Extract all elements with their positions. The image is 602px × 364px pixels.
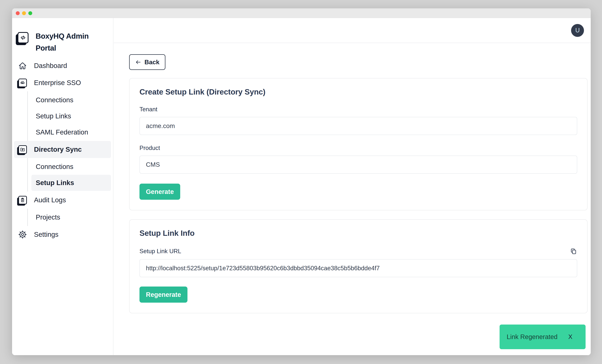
avatar-initial: U [575,27,580,34]
audit-logs-icon [17,196,28,204]
url-label-row: Setup Link URL [140,247,577,255]
create-card-title: Create Setup Link (Directory Sync) [140,87,577,96]
regenerate-button[interactable]: Regenerate [140,287,187,303]
copy-icon [570,247,577,255]
toast-message: Link Regenerated [507,333,558,341]
close-window-button[interactable] [16,11,20,15]
sidebar-item-label: Settings [34,231,58,238]
toast-close-button[interactable]: X [568,333,572,340]
window-titlebar [12,8,591,18]
home-icon [17,61,28,70]
setup-link-url-label: Setup Link URL [140,248,181,255]
sidebar-item-dashboard[interactable]: Dashboard [14,57,111,74]
sidebar-nav: Dashboard Enterprise SSO Connect [12,57,113,243]
sidebar-item-label: Directory Sync [34,146,82,153]
sidebar: BoxyHQ Admin Portal Dashboard [12,18,113,355]
tenant-input[interactable] [140,117,577,135]
create-setup-link-card: Create Setup Link (Directory Sync) Tenan… [129,78,588,210]
sidebar-item-label: Audit Logs [34,196,66,204]
sidebar-item-sso-connections[interactable]: Connections [32,92,111,108]
sidebar-item-dsync-setup-links[interactable]: Setup Links [32,175,111,191]
app-title: BoxyHQ Admin Portal [36,30,95,54]
product-input[interactable] [140,156,577,174]
arrow-left-icon [135,59,141,65]
back-button-label: Back [144,59,160,66]
sidebar-item-dsync-connections[interactable]: Connections [32,159,111,175]
directory-sync-subgroup: Connections Setup Links [27,158,111,192]
back-button[interactable]: Back [129,54,165,70]
enterprise-sso-icon [17,79,28,87]
sidebar-item-label: Enterprise SSO [34,79,81,87]
sidebar-item-label: Dashboard [34,62,67,70]
directory-sync-icon [17,145,28,154]
brand: BoxyHQ Admin Portal [18,30,110,54]
avatar[interactable]: U [571,24,584,37]
product-label: Product [140,145,577,151]
copy-url-button[interactable] [570,247,577,255]
main-content: Back Create Setup Link (Directory Sync) … [114,43,591,355]
sidebar-item-audit-logs[interactable]: Audit Logs [14,192,111,209]
sidebar-item-enterprise-sso[interactable]: Enterprise SSO [14,74,111,91]
boxyhq-logo-icon [18,32,29,43]
app-window: BoxyHQ Admin Portal Dashboard [12,8,591,355]
tenant-label: Tenant [140,106,577,113]
sidebar-item-sso-setup-links[interactable]: Setup Links [32,108,111,124]
toast-notification: Link Regenerated X [500,324,586,349]
sidebar-item-saml-federation[interactable]: SAML Federation [32,124,111,140]
setup-link-url-input[interactable] [140,259,577,277]
minimize-window-button[interactable] [22,11,26,15]
sidebar-item-projects[interactable]: Projects [32,209,111,225]
setup-link-info-card: Setup Link Info Setup Link URL Regenerat… [129,219,588,313]
enterprise-sso-subgroup: Connections Setup Links SAML Federation [27,91,111,141]
sidebar-item-settings[interactable]: Settings [14,226,111,243]
zoom-window-button[interactable] [28,11,32,15]
audit-logs-subgroup: Projects [27,209,111,226]
top-header: U [114,18,591,43]
gear-icon [17,230,28,239]
generate-button[interactable]: Generate [140,184,180,200]
info-card-title: Setup Link Info [140,229,577,237]
sidebar-item-directory-sync[interactable]: Directory Sync [14,141,111,158]
